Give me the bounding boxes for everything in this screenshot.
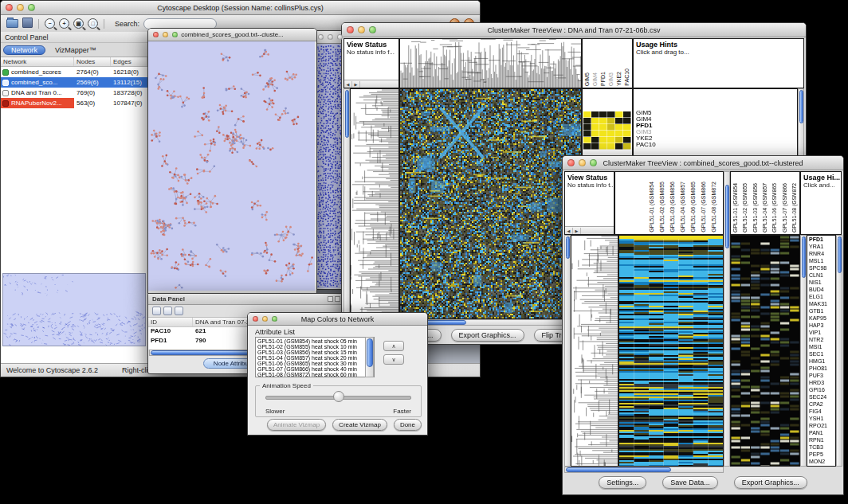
gene-label[interactable]: VIP1 (809, 329, 835, 336)
zoom-fit-icon[interactable]: ▣ (73, 18, 84, 29)
scroll-right-icon[interactable]: ▶ (573, 228, 581, 234)
treeview-button[interactable]: Export Graphics... (734, 476, 807, 489)
control-panel-tab[interactable]: Network (3, 45, 45, 55)
gene-label[interactable]: YSH1 (809, 415, 835, 422)
gene-label[interactable]: SEC1 (809, 350, 835, 357)
move-up-button[interactable]: ∧ (383, 341, 404, 351)
network-canvas[interactable] (148, 41, 315, 291)
minimize-button[interactable] (328, 34, 333, 40)
gene-label[interactable]: KAP95 (809, 315, 835, 322)
close-button[interactable] (318, 34, 324, 40)
attribute-item[interactable]: GPL51-04 (GSM857) heat shock 20 min (257, 355, 365, 361)
attribute-item[interactable]: GPL51-03 (GSM856) heat shock 15 min (257, 350, 365, 355)
zoom-button[interactable] (28, 4, 35, 11)
zoom-button[interactable] (369, 26, 376, 33)
attribute-list-vscrollbar[interactable] (365, 337, 374, 377)
gene-label[interactable]: GTB1 (809, 307, 835, 315)
attribute-item[interactable]: GPL51-07 (GSM866) heat shock 40 min (257, 366, 365, 372)
scrollbar-thumb[interactable] (566, 467, 671, 472)
minimize-button[interactable] (17, 4, 24, 11)
minimize-button[interactable] (262, 316, 268, 322)
gene-label[interactable]: GPI16 (809, 386, 835, 393)
treeview-button[interactable]: Save Data... (662, 476, 718, 489)
save-session-button[interactable] (22, 17, 33, 31)
gene-label[interactable]: FIG4 (809, 408, 835, 415)
gene-label[interactable]: TCB3 (809, 443, 835, 451)
attribute-item[interactable]: GPL51-02 (GSM855) heat shock 10 min (257, 344, 365, 350)
float-panel-icon[interactable] (328, 296, 333, 302)
gene-label[interactable]: SEC24 (809, 393, 835, 400)
minimize-button[interactable] (579, 159, 586, 166)
zoom-button[interactable] (337, 34, 343, 40)
view-status-scrollbar[interactable]: ◀ ▶ (565, 226, 614, 234)
speed-slider-thumb[interactable] (333, 391, 344, 402)
treeview-combined-titlebar[interactable]: ClusterMaker TreeView : combined_scores_… (563, 156, 843, 170)
dialog-button[interactable]: Animate Vizmap (267, 419, 326, 431)
scroll-right-icon[interactable]: ▶ (352, 81, 360, 88)
heatmap-hscrollbar[interactable] (564, 467, 724, 473)
data-panel-titlebar[interactable]: Data Panel (148, 294, 344, 305)
zoom-button[interactable] (590, 159, 597, 166)
row-dendrogram[interactable] (350, 88, 399, 326)
dialog-button[interactable]: Done (394, 419, 422, 431)
gene-label[interactable]: PAN1 (809, 429, 835, 436)
close-button[interactable] (253, 316, 258, 322)
gene-label[interactable]: GIM4 (636, 116, 797, 123)
network-row[interactable]: combined_scores 2764(0) 16218(0) (1, 67, 147, 77)
attribute-item[interactable]: GPL51-08 (GSM872) heat shock 60 min (257, 372, 365, 377)
dialog-button[interactable]: Create Vizmap (332, 419, 387, 431)
close-button[interactable] (347, 26, 354, 33)
main-titlebar[interactable]: Cytoscape Desktop (Session Name: collins… (1, 1, 480, 15)
move-down-button[interactable]: ∨ (383, 354, 404, 365)
gene-label[interactable]: GIM5 (636, 110, 797, 116)
column-dendrogram[interactable] (399, 38, 582, 88)
scrollbar-thumb[interactable] (838, 236, 842, 273)
gene-label[interactable]: NIS1 (809, 279, 835, 286)
gene-label[interactable]: PHO81 (809, 365, 835, 372)
treeview-dna-titlebar[interactable]: ClusterMaker TreeView : DNA and Tran 07-… (342, 23, 806, 37)
heatmap[interactable] (399, 88, 582, 319)
zoom-button[interactable] (172, 32, 178, 37)
gene-label[interactable]: GIM3 (636, 129, 797, 135)
gene-label[interactable]: RNR4 (809, 250, 835, 257)
dendrogram-vscrollbar[interactable] (564, 235, 571, 467)
gene-label[interactable]: NTR2 (809, 336, 835, 343)
gene-label[interactable]: RPN1 (809, 436, 835, 443)
view-status-scrollbar[interactable]: ◀ ▶ (344, 80, 398, 88)
gene-label[interactable]: MSI1 (809, 343, 835, 350)
gene-label[interactable]: YKE2 (636, 135, 797, 142)
gene-label[interactable]: CPA2 (809, 400, 835, 408)
attribute-item[interactable]: GPL51-06 (GSM865) heat shock 30 min (257, 361, 365, 366)
row-dendrogram[interactable] (571, 235, 618, 467)
gene-label[interactable]: MON2 (809, 458, 835, 465)
treeview-button[interactable]: Settings... (599, 476, 646, 489)
open-session-button[interactable] (6, 17, 18, 31)
select-attributes-icon[interactable] (152, 307, 161, 315)
scrollbar-thumb[interactable] (566, 236, 570, 259)
scroll-left-icon[interactable]: ◀ (565, 228, 573, 234)
heatmap-main[interactable] (618, 235, 724, 467)
gene-label[interactable]: HAP3 (809, 322, 835, 329)
zoom-button[interactable] (272, 316, 277, 322)
close-button[interactable] (567, 159, 575, 166)
gene-label[interactable]: PFD1 (636, 123, 797, 129)
scrollbar-thumb[interactable] (725, 185, 729, 248)
gene-label[interactable]: HRD3 (809, 379, 835, 386)
zoom-out-icon[interactable]: − (45, 18, 55, 29)
close-button[interactable] (153, 32, 159, 37)
scrollbar-thumb[interactable] (367, 338, 373, 367)
gene-label[interactable]: ELG1 (809, 293, 835, 300)
scrollbar-thumb[interactable] (799, 90, 803, 123)
control-panel-tab[interactable]: VizMapper™ (48, 45, 104, 55)
gene-label[interactable]: PAC10 (636, 142, 797, 148)
delete-attribute-icon[interactable] (175, 307, 183, 315)
gene-label[interactable]: PEP5 (809, 451, 835, 458)
gene-label[interactable]: MSL1 (809, 257, 835, 264)
gene-label[interactable]: YRA1 (809, 243, 835, 250)
close-panel-icon[interactable] (335, 296, 340, 302)
network-row[interactable]: combined_sco... 2569(6) 13112(15) (1, 77, 147, 88)
network-overview-thumbnail[interactable] (2, 273, 146, 346)
create-attribute-icon[interactable] (163, 307, 172, 315)
gene-list-vscrollbar[interactable] (836, 235, 842, 467)
treeview-left-vscrollbar[interactable] (344, 88, 350, 326)
